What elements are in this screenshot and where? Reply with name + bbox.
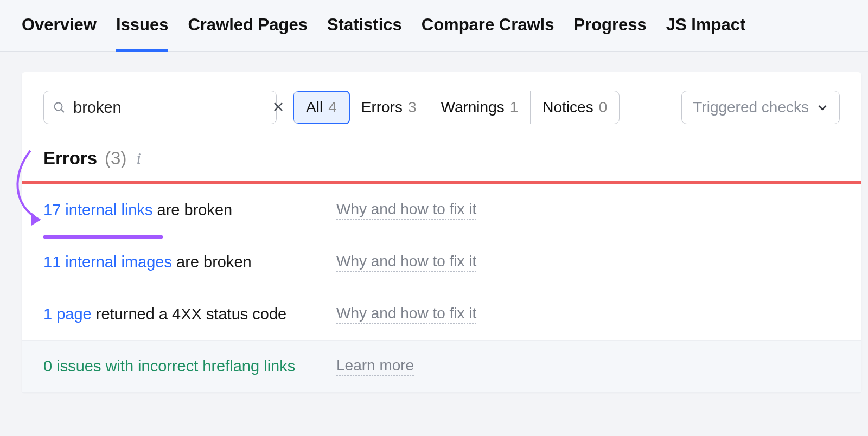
issue-text: returned a 4XX status code bbox=[92, 305, 287, 323]
issue-title: 0 issues with incorrect hreflang links bbox=[43, 357, 315, 375]
tab-crawled-pages[interactable]: Crawled Pages bbox=[188, 15, 308, 51]
filter-all[interactable]: All 4 bbox=[293, 91, 350, 124]
issue-link[interactable]: 11 internal images bbox=[43, 253, 172, 271]
filter-notices-label: Notices bbox=[542, 99, 593, 116]
filter-errors-count: 3 bbox=[408, 99, 417, 116]
filter-warnings[interactable]: Warnings 1 bbox=[429, 91, 531, 124]
errors-severity-bar bbox=[22, 181, 861, 184]
triggered-checks-dropdown[interactable]: Triggered checks bbox=[681, 91, 840, 124]
svg-line-1 bbox=[61, 110, 64, 112]
issue-link[interactable]: 17 internal links bbox=[43, 201, 153, 219]
filter-notices-count: 0 bbox=[599, 99, 608, 116]
tab-progress[interactable]: Progress bbox=[573, 15, 646, 51]
tab-compare-crawls[interactable]: Compare Crawls bbox=[422, 15, 554, 51]
tab-overview[interactable]: Overview bbox=[22, 15, 97, 51]
issue-help-link[interactable]: Why and how to fix it bbox=[336, 253, 476, 272]
errors-section-header: Errors (3) i bbox=[22, 140, 861, 181]
issue-help-link[interactable]: Why and how to fix it bbox=[336, 305, 476, 324]
issue-text: 0 issues with incorrect hreflang links bbox=[43, 357, 295, 375]
filter-notices[interactable]: Notices 0 bbox=[531, 91, 619, 124]
issues-panel: All 4 Errors 3 Warnings 1 Notices 0 Trig… bbox=[22, 72, 861, 393]
close-icon bbox=[272, 100, 285, 113]
issue-row: 11 internal images are broken Why and ho… bbox=[22, 236, 861, 288]
search-input[interactable] bbox=[73, 99, 270, 117]
svg-point-0 bbox=[55, 103, 62, 111]
issue-link[interactable]: 1 page bbox=[43, 305, 92, 323]
issue-row: 17 internal links are broken Why and how… bbox=[22, 184, 861, 236]
errors-section-title: Errors bbox=[43, 148, 97, 169]
issue-row: 1 page returned a 4XX status code Why an… bbox=[22, 288, 861, 341]
issue-row: 0 issues with incorrect hreflang links L… bbox=[22, 341, 861, 393]
issue-text: are broken bbox=[153, 201, 233, 219]
errors-section-count: (3) bbox=[105, 148, 126, 169]
issue-type-filter: All 4 Errors 3 Warnings 1 Notices 0 bbox=[293, 91, 620, 124]
issue-help-link[interactable]: Why and how to fix it bbox=[336, 201, 476, 220]
issue-title: 11 internal images are broken bbox=[43, 253, 315, 271]
clear-search-button[interactable] bbox=[270, 98, 287, 117]
filter-all-label: All bbox=[306, 99, 323, 116]
info-icon[interactable]: i bbox=[134, 149, 143, 168]
tab-statistics[interactable]: Statistics bbox=[327, 15, 402, 51]
tab-js-impact[interactable]: JS Impact bbox=[666, 15, 745, 51]
filter-all-count: 4 bbox=[328, 99, 337, 116]
filter-errors[interactable]: Errors 3 bbox=[349, 91, 429, 124]
filter-errors-label: Errors bbox=[361, 99, 403, 116]
top-tabs: Overview Issues Crawled Pages Statistics… bbox=[0, 0, 868, 52]
triggered-checks-label: Triggered checks bbox=[693, 99, 809, 116]
filter-warnings-label: Warnings bbox=[441, 99, 505, 116]
search-icon bbox=[53, 101, 66, 114]
filter-warnings-count: 1 bbox=[510, 99, 519, 116]
issue-title: 17 internal links are broken bbox=[43, 201, 315, 219]
search-field-wrap bbox=[43, 91, 277, 124]
issue-title: 1 page returned a 4XX status code bbox=[43, 305, 315, 323]
issues-toolbar: All 4 Errors 3 Warnings 1 Notices 0 Trig… bbox=[22, 91, 861, 140]
tab-issues[interactable]: Issues bbox=[116, 15, 169, 51]
issue-text: are broken bbox=[172, 253, 252, 271]
chevron-down-icon bbox=[816, 101, 828, 113]
issue-help-link[interactable]: Learn more bbox=[336, 357, 414, 376]
